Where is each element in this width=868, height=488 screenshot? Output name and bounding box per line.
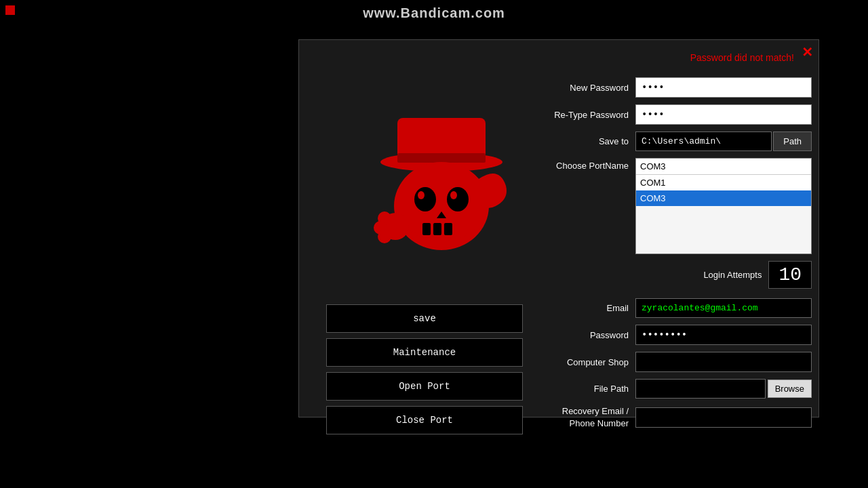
- svg-rect-8: [422, 223, 431, 235]
- email-input[interactable]: [635, 298, 812, 318]
- retype-password-label: Re-Type Password: [540, 110, 629, 120]
- svg-point-5: [447, 187, 469, 211]
- svg-rect-2: [397, 153, 486, 163]
- open-port-button[interactable]: Open Port: [326, 372, 523, 401]
- save-to-row: Save to Path: [540, 131, 812, 151]
- dropdown-list: COM3 COM1 COM3: [635, 158, 812, 254]
- svg-point-14: [378, 230, 391, 243]
- email-label: Email: [540, 303, 629, 313]
- new-password-input[interactable]: [635, 77, 812, 98]
- dropdown-top-item[interactable]: COM3: [636, 159, 811, 175]
- save-button[interactable]: save: [326, 304, 523, 333]
- choose-port-label: Choose PortName: [540, 158, 629, 171]
- watermark: www.Bandicam.com: [363, 5, 505, 21]
- login-attempts-label: Login Attempts: [703, 270, 762, 280]
- computer-shop-input[interactable]: [635, 352, 812, 372]
- computer-shop-row: Computer Shop: [540, 352, 812, 372]
- computer-shop-label: Computer Shop: [540, 357, 629, 367]
- password-row: Password: [540, 325, 812, 345]
- dropdown-item-com1[interactable]: COM1: [636, 175, 811, 190]
- password-input[interactable]: [635, 325, 812, 345]
- error-message: Password did not match!: [690, 52, 794, 63]
- file-path-input[interactable]: [635, 379, 766, 399]
- svg-point-7: [450, 191, 457, 199]
- browse-button[interactable]: Browse: [768, 380, 812, 398]
- left-buttons-panel: save Maintenance Open Port Close Port: [326, 304, 523, 434]
- new-password-row: New Password: [540, 77, 812, 98]
- svg-rect-9: [433, 223, 441, 235]
- recovery-label: Recovery Email / Phone Number: [540, 405, 629, 430]
- skull-logo: [360, 111, 523, 260]
- file-path-label: File Path: [540, 384, 629, 394]
- file-path-row: File Path Browse: [540, 379, 812, 399]
- port-dropdown[interactable]: COM3 COM1 COM3: [635, 158, 812, 254]
- recovery-row: Recovery Email / Phone Number: [540, 405, 812, 430]
- path-input[interactable]: [635, 131, 772, 151]
- new-password-label: New Password: [540, 83, 629, 93]
- maintenance-button[interactable]: Maintenance: [326, 338, 523, 367]
- retype-password-input[interactable]: [635, 104, 812, 125]
- path-button[interactable]: Path: [773, 131, 812, 151]
- svg-point-4: [414, 187, 436, 211]
- svg-point-3: [394, 162, 489, 250]
- main-dialog: ✕ Password did not match!: [298, 39, 819, 418]
- dropdown-empty-area: [636, 206, 811, 253]
- svg-point-6: [418, 191, 425, 199]
- save-to-label: Save to: [540, 136, 629, 146]
- right-panel: New Password Re-Type Password Save to Pa…: [540, 77, 812, 436]
- login-attempts-value: 10: [768, 261, 812, 289]
- close-port-button[interactable]: Close Port: [326, 406, 523, 434]
- recovery-input[interactable]: [635, 407, 812, 428]
- retype-password-row: Re-Type Password: [540, 104, 812, 125]
- email-row: Email: [540, 298, 812, 318]
- close-button[interactable]: ✕: [802, 45, 813, 59]
- password-label: Password: [540, 330, 629, 340]
- choose-port-row: Choose PortName COM3 COM1 COM3: [540, 158, 812, 254]
- dropdown-item-com3[interactable]: COM3: [636, 190, 811, 206]
- svg-rect-10: [444, 223, 452, 235]
- login-attempts-row: Login Attempts 10: [540, 261, 812, 289]
- red-dot-indicator: [5, 5, 15, 15]
- logo-area: [326, 81, 557, 291]
